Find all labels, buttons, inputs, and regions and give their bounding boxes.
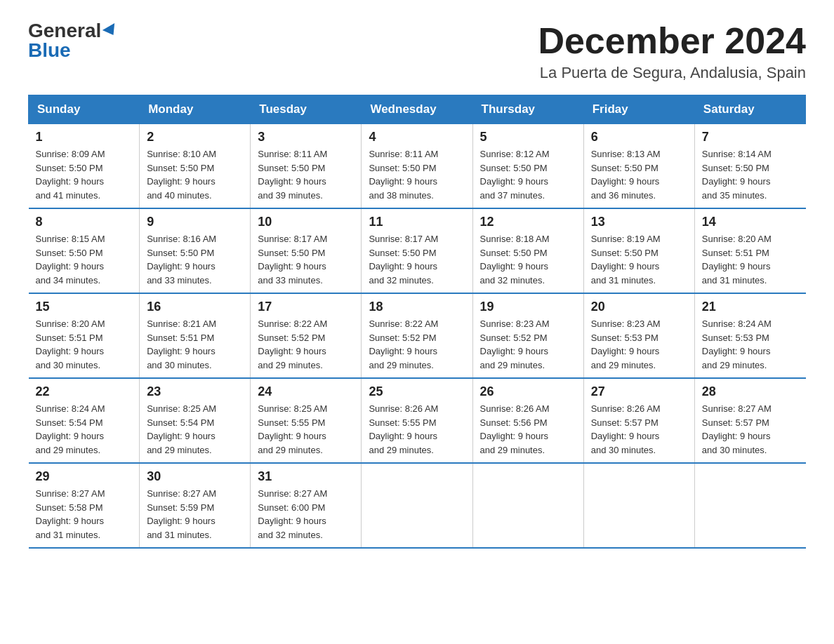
day-info: Sunrise: 8:17 AMSunset: 5:50 PMDaylight:… [258, 232, 354, 287]
day-number: 25 [369, 384, 465, 399]
day-info: Sunrise: 8:27 AMSunset: 5:58 PMDaylight:… [36, 487, 133, 542]
calendar-cell: 15Sunrise: 8:20 AMSunset: 5:51 PMDayligh… [29, 293, 140, 378]
day-number: 21 [702, 300, 799, 314]
day-info: Sunrise: 8:20 AMSunset: 5:51 PMDaylight:… [36, 317, 133, 372]
calendar-cell: 31Sunrise: 8:27 AMSunset: 6:00 PMDayligh… [251, 463, 362, 548]
day-info: Sunrise: 8:25 AMSunset: 5:55 PMDaylight:… [258, 402, 354, 457]
day-info: Sunrise: 8:26 AMSunset: 5:56 PMDaylight:… [480, 402, 576, 457]
day-info: Sunrise: 8:22 AMSunset: 5:52 PMDaylight:… [369, 317, 465, 372]
logo-triangle-icon [102, 23, 119, 39]
day-info: Sunrise: 8:26 AMSunset: 5:57 PMDaylight:… [591, 402, 687, 457]
calendar-cell: 6Sunrise: 8:13 AMSunset: 5:50 PMDaylight… [583, 124, 694, 209]
day-number: 16 [147, 300, 243, 314]
day-info: Sunrise: 8:20 AMSunset: 5:51 PMDaylight:… [702, 232, 799, 287]
header-monday: Monday [140, 95, 251, 124]
header-wednesday: Wednesday [362, 95, 472, 124]
day-info: Sunrise: 8:24 AMSunset: 5:53 PMDaylight:… [702, 317, 799, 372]
day-info: Sunrise: 8:26 AMSunset: 5:55 PMDaylight:… [369, 402, 465, 457]
day-info: Sunrise: 8:21 AMSunset: 5:51 PMDaylight:… [147, 317, 243, 372]
day-number: 9 [147, 215, 243, 229]
day-info: Sunrise: 8:11 AMSunset: 5:50 PMDaylight:… [258, 147, 354, 202]
day-number: 26 [480, 384, 576, 399]
day-number: 27 [591, 384, 687, 399]
day-info: Sunrise: 8:24 AMSunset: 5:54 PMDaylight:… [36, 402, 133, 457]
calendar-cell: 28Sunrise: 8:27 AMSunset: 5:57 PMDayligh… [694, 378, 805, 463]
day-info: Sunrise: 8:23 AMSunset: 5:52 PMDaylight:… [480, 317, 576, 372]
calendar-cell: 4Sunrise: 8:11 AMSunset: 5:50 PMDaylight… [362, 124, 472, 209]
day-info: Sunrise: 8:13 AMSunset: 5:50 PMDaylight:… [591, 147, 687, 202]
calendar-cell: 7Sunrise: 8:14 AMSunset: 5:50 PMDaylight… [694, 124, 805, 209]
day-info: Sunrise: 8:11 AMSunset: 5:50 PMDaylight:… [369, 147, 465, 202]
calendar-cell: 3Sunrise: 8:11 AMSunset: 5:50 PMDaylight… [251, 124, 362, 209]
calendar-week-row: 22Sunrise: 8:24 AMSunset: 5:54 PMDayligh… [29, 378, 806, 463]
calendar-cell: 19Sunrise: 8:23 AMSunset: 5:52 PMDayligh… [472, 293, 583, 378]
day-info: Sunrise: 8:12 AMSunset: 5:50 PMDaylight:… [480, 147, 576, 202]
calendar-cell: 2Sunrise: 8:10 AMSunset: 5:50 PMDaylight… [140, 124, 251, 209]
day-number: 18 [369, 300, 465, 314]
day-info: Sunrise: 8:17 AMSunset: 5:50 PMDaylight:… [369, 232, 465, 287]
calendar-cell: 20Sunrise: 8:23 AMSunset: 5:53 PMDayligh… [583, 293, 694, 378]
calendar-cell: 18Sunrise: 8:22 AMSunset: 5:52 PMDayligh… [362, 293, 472, 378]
header-tuesday: Tuesday [251, 95, 362, 124]
calendar-table: SundayMondayTuesdayWednesdayThursdayFrid… [28, 95, 806, 549]
day-info: Sunrise: 8:15 AMSunset: 5:50 PMDaylight:… [36, 232, 133, 287]
header-thursday: Thursday [472, 95, 583, 124]
day-number: 3 [258, 130, 354, 145]
day-number: 28 [702, 384, 799, 399]
calendar-cell: 16Sunrise: 8:21 AMSunset: 5:51 PMDayligh… [140, 293, 251, 378]
day-number: 30 [147, 469, 243, 484]
day-number: 23 [147, 384, 243, 399]
calendar-cell: 13Sunrise: 8:19 AMSunset: 5:50 PMDayligh… [583, 208, 694, 293]
calendar-cell: 21Sunrise: 8:24 AMSunset: 5:53 PMDayligh… [694, 293, 805, 378]
day-info: Sunrise: 8:27 AMSunset: 5:57 PMDaylight:… [702, 402, 799, 457]
calendar-cell [583, 463, 694, 548]
day-number: 5 [480, 130, 576, 145]
day-info: Sunrise: 8:10 AMSunset: 5:50 PMDaylight:… [147, 147, 243, 202]
calendar-week-row: 8Sunrise: 8:15 AMSunset: 5:50 PMDaylight… [29, 208, 806, 293]
calendar-cell: 24Sunrise: 8:25 AMSunset: 5:55 PMDayligh… [251, 378, 362, 463]
day-number: 2 [147, 130, 243, 145]
calendar-cell: 23Sunrise: 8:25 AMSunset: 5:54 PMDayligh… [140, 378, 251, 463]
calendar-title: December 2024 [538, 21, 806, 61]
day-number: 4 [369, 130, 465, 145]
calendar-cell [694, 463, 805, 548]
calendar-cell: 5Sunrise: 8:12 AMSunset: 5:50 PMDaylight… [472, 124, 583, 209]
calendar-cell: 11Sunrise: 8:17 AMSunset: 5:50 PMDayligh… [362, 208, 472, 293]
day-info: Sunrise: 8:27 AMSunset: 6:00 PMDaylight:… [258, 487, 354, 542]
day-number: 29 [36, 469, 133, 484]
day-number: 15 [36, 300, 133, 314]
logo: General Blue [28, 21, 118, 60]
calendar-cell: 12Sunrise: 8:18 AMSunset: 5:50 PMDayligh… [472, 208, 583, 293]
day-number: 1 [36, 130, 133, 145]
day-number: 11 [369, 215, 465, 229]
header-friday: Friday [583, 95, 694, 124]
calendar-cell: 25Sunrise: 8:26 AMSunset: 5:55 PMDayligh… [362, 378, 472, 463]
calendar-cell: 26Sunrise: 8:26 AMSunset: 5:56 PMDayligh… [472, 378, 583, 463]
calendar-cell: 17Sunrise: 8:22 AMSunset: 5:52 PMDayligh… [251, 293, 362, 378]
calendar-cell [362, 463, 472, 548]
day-number: 24 [258, 384, 354, 399]
day-number: 22 [36, 384, 133, 399]
calendar-cell [472, 463, 583, 548]
calendar-cell: 22Sunrise: 8:24 AMSunset: 5:54 PMDayligh… [29, 378, 140, 463]
header-saturday: Saturday [694, 95, 805, 124]
calendar-location: La Puerta de Segura, Andalusia, Spain [538, 64, 806, 82]
calendar-week-row: 1Sunrise: 8:09 AMSunset: 5:50 PMDaylight… [29, 124, 806, 209]
day-number: 6 [591, 130, 687, 145]
logo-general-text: General [28, 21, 101, 41]
day-info: Sunrise: 8:14 AMSunset: 5:50 PMDaylight:… [702, 147, 799, 202]
calendar-cell: 14Sunrise: 8:20 AMSunset: 5:51 PMDayligh… [694, 208, 805, 293]
calendar-cell: 27Sunrise: 8:26 AMSunset: 5:57 PMDayligh… [583, 378, 694, 463]
page-header: General Blue December 2024 La Puerta de … [28, 21, 806, 82]
day-info: Sunrise: 8:19 AMSunset: 5:50 PMDaylight:… [591, 232, 687, 287]
calendar-cell: 9Sunrise: 8:16 AMSunset: 5:50 PMDaylight… [140, 208, 251, 293]
day-info: Sunrise: 8:09 AMSunset: 5:50 PMDaylight:… [36, 147, 133, 202]
header-sunday: Sunday [29, 95, 140, 124]
calendar-header-row: SundayMondayTuesdayWednesdayThursdayFrid… [29, 95, 806, 124]
title-block: December 2024 La Puerta de Segura, Andal… [538, 21, 806, 82]
day-number: 12 [480, 215, 576, 229]
day-number: 17 [258, 300, 354, 314]
day-number: 14 [702, 215, 799, 229]
day-info: Sunrise: 8:22 AMSunset: 5:52 PMDaylight:… [258, 317, 354, 372]
day-number: 10 [258, 215, 354, 229]
